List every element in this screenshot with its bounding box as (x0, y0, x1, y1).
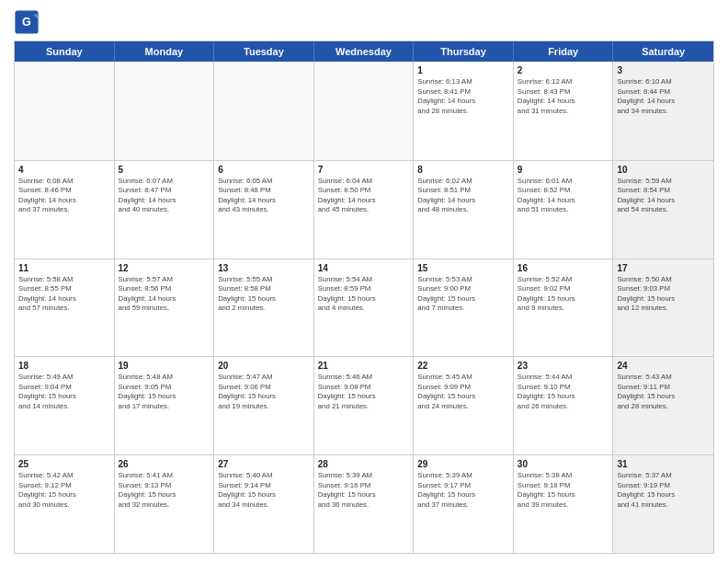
cell-info: Sunrise: 5:39 AM Sunset: 9:16 PM Dayligh… (318, 471, 410, 510)
cell-info: Sunrise: 5:46 AM Sunset: 9:08 PM Dayligh… (318, 373, 410, 411)
day-number: 28 (318, 458, 410, 470)
day-cell-7: 7Sunrise: 6:04 AM Sunset: 8:50 PM Daylig… (314, 161, 415, 259)
day-cell-29: 29Sunrise: 5:39 AM Sunset: 9:17 PM Dayli… (414, 455, 514, 553)
day-cell-21: 21Sunrise: 5:46 AM Sunset: 9:08 PM Dayli… (314, 357, 415, 454)
calendar-week-1: 1Sunrise: 6:13 AM Sunset: 8:41 PM Daylig… (15, 62, 713, 160)
day-cell-8: 8Sunrise: 6:02 AM Sunset: 8:51 PM Daylig… (414, 161, 514, 259)
cell-info: Sunrise: 5:49 AM Sunset: 9:04 PM Dayligh… (18, 373, 110, 411)
calendar-week-3: 11Sunrise: 5:58 AM Sunset: 8:55 PM Dayli… (15, 259, 713, 357)
day-cell-2: 2Sunrise: 6:12 AM Sunset: 8:43 PM Daylig… (514, 62, 614, 160)
day-number: 1 (417, 64, 509, 76)
cell-info: Sunrise: 5:58 AM Sunset: 8:55 PM Dayligh… (18, 275, 110, 314)
calendar-week-5: 25Sunrise: 5:42 AM Sunset: 9:12 PM Dayli… (15, 454, 713, 553)
cell-info: Sunrise: 5:47 AM Sunset: 9:06 PM Dayligh… (218, 373, 310, 411)
day-cell-6: 6Sunrise: 6:05 AM Sunset: 8:48 PM Daylig… (214, 161, 314, 259)
empty-cell (15, 62, 115, 160)
day-number: 24 (617, 360, 710, 372)
cell-info: Sunrise: 5:55 AM Sunset: 8:58 PM Dayligh… (218, 275, 310, 314)
day-number: 17 (617, 262, 710, 274)
cell-info: Sunrise: 6:13 AM Sunset: 8:41 PM Dayligh… (417, 77, 509, 116)
day-number: 15 (417, 262, 509, 274)
day-number: 31 (617, 458, 710, 470)
cell-info: Sunrise: 5:43 AM Sunset: 9:11 PM Dayligh… (617, 373, 710, 411)
day-number: 21 (318, 360, 410, 372)
day-cell-14: 14Sunrise: 5:54 AM Sunset: 8:59 PM Dayli… (314, 259, 415, 357)
header-day-friday: Friday (514, 41, 614, 62)
day-number: 3 (617, 64, 710, 76)
cell-info: Sunrise: 5:48 AM Sunset: 9:05 PM Dayligh… (119, 373, 210, 411)
header-day-wednesday: Wednesday (314, 41, 415, 62)
day-number: 19 (119, 360, 210, 372)
page: G SundayMondayTuesdayWednesdayThursdayFr… (0, 0, 728, 563)
cell-info: Sunrise: 5:44 AM Sunset: 9:10 PM Dayligh… (518, 373, 609, 411)
day-cell-1: 1Sunrise: 6:13 AM Sunset: 8:41 PM Daylig… (414, 62, 514, 160)
cell-info: Sunrise: 5:42 AM Sunset: 9:12 PM Dayligh… (18, 471, 110, 510)
logo-icon: G (14, 9, 40, 35)
day-number: 13 (218, 262, 310, 274)
day-number: 20 (218, 360, 310, 372)
day-number: 12 (119, 262, 210, 274)
day-cell-13: 13Sunrise: 5:55 AM Sunset: 8:58 PM Dayli… (214, 259, 314, 357)
empty-cell (214, 62, 314, 160)
day-cell-3: 3Sunrise: 6:10 AM Sunset: 8:44 PM Daylig… (613, 62, 713, 160)
cell-info: Sunrise: 6:10 AM Sunset: 8:44 PM Dayligh… (617, 77, 710, 116)
day-cell-11: 11Sunrise: 5:58 AM Sunset: 8:55 PM Dayli… (15, 259, 115, 357)
day-number: 7 (318, 164, 410, 176)
cell-info: Sunrise: 5:39 AM Sunset: 9:17 PM Dayligh… (417, 471, 509, 510)
cell-info: Sunrise: 5:57 AM Sunset: 8:56 PM Dayligh… (119, 275, 210, 314)
day-cell-22: 22Sunrise: 5:45 AM Sunset: 9:09 PM Dayli… (414, 357, 514, 454)
day-number: 18 (18, 360, 110, 372)
day-number: 30 (518, 458, 609, 470)
cell-info: Sunrise: 5:54 AM Sunset: 8:59 PM Dayligh… (318, 275, 410, 314)
day-cell-26: 26Sunrise: 5:41 AM Sunset: 9:13 PM Dayli… (115, 455, 215, 553)
calendar-body: 1Sunrise: 6:13 AM Sunset: 8:41 PM Daylig… (15, 62, 713, 553)
day-cell-28: 28Sunrise: 5:39 AM Sunset: 9:16 PM Dayli… (314, 455, 415, 553)
calendar: SundayMondayTuesdayWednesdayThursdayFrid… (14, 40, 714, 554)
day-number: 16 (518, 262, 609, 274)
day-number: 23 (518, 360, 609, 372)
cell-info: Sunrise: 6:04 AM Sunset: 8:50 PM Dayligh… (318, 177, 410, 215)
day-cell-24: 24Sunrise: 5:43 AM Sunset: 9:11 PM Dayli… (613, 357, 713, 454)
cell-info: Sunrise: 5:38 AM Sunset: 9:18 PM Dayligh… (518, 471, 609, 510)
cell-info: Sunrise: 5:41 AM Sunset: 9:13 PM Dayligh… (119, 471, 210, 510)
day-number: 14 (318, 262, 410, 274)
day-cell-16: 16Sunrise: 5:52 AM Sunset: 9:02 PM Dayli… (514, 259, 614, 357)
day-number: 11 (18, 262, 110, 274)
day-number: 10 (617, 164, 710, 176)
day-cell-15: 15Sunrise: 5:53 AM Sunset: 9:00 PM Dayli… (414, 259, 514, 357)
day-number: 2 (518, 64, 609, 76)
empty-cell (314, 62, 415, 160)
cell-info: Sunrise: 6:05 AM Sunset: 8:48 PM Dayligh… (218, 177, 310, 215)
day-cell-30: 30Sunrise: 5:38 AM Sunset: 9:18 PM Dayli… (514, 455, 614, 553)
svg-text:G: G (22, 16, 31, 29)
day-cell-9: 9Sunrise: 6:01 AM Sunset: 8:52 PM Daylig… (514, 161, 614, 259)
day-cell-31: 31Sunrise: 5:37 AM Sunset: 9:19 PM Dayli… (613, 455, 713, 553)
header: G (14, 9, 714, 35)
day-number: 8 (417, 164, 509, 176)
header-day-monday: Monday (115, 41, 215, 62)
day-number: 25 (18, 458, 110, 470)
day-number: 29 (417, 458, 509, 470)
day-cell-12: 12Sunrise: 5:57 AM Sunset: 8:56 PM Dayli… (115, 259, 215, 357)
cell-info: Sunrise: 6:12 AM Sunset: 8:43 PM Dayligh… (518, 77, 609, 116)
day-number: 4 (18, 164, 110, 176)
day-cell-27: 27Sunrise: 5:40 AM Sunset: 9:14 PM Dayli… (214, 455, 314, 553)
calendar-header: SundayMondayTuesdayWednesdayThursdayFrid… (15, 41, 713, 62)
logo: G (14, 9, 43, 35)
cell-info: Sunrise: 5:37 AM Sunset: 9:19 PM Dayligh… (617, 471, 710, 510)
calendar-week-2: 4Sunrise: 6:08 AM Sunset: 8:46 PM Daylig… (15, 160, 713, 259)
cell-info: Sunrise: 5:50 AM Sunset: 9:03 PM Dayligh… (617, 275, 710, 314)
day-cell-25: 25Sunrise: 5:42 AM Sunset: 9:12 PM Dayli… (15, 455, 115, 553)
day-number: 6 (218, 164, 310, 176)
day-cell-18: 18Sunrise: 5:49 AM Sunset: 9:04 PM Dayli… (15, 357, 115, 454)
day-cell-23: 23Sunrise: 5:44 AM Sunset: 9:10 PM Dayli… (514, 357, 614, 454)
header-day-sunday: Sunday (15, 41, 115, 62)
cell-info: Sunrise: 6:08 AM Sunset: 8:46 PM Dayligh… (18, 177, 110, 215)
day-number: 22 (417, 360, 509, 372)
cell-info: Sunrise: 6:01 AM Sunset: 8:52 PM Dayligh… (518, 177, 609, 215)
empty-cell (115, 62, 215, 160)
calendar-week-4: 18Sunrise: 5:49 AM Sunset: 9:04 PM Dayli… (15, 356, 713, 454)
day-cell-19: 19Sunrise: 5:48 AM Sunset: 9:05 PM Dayli… (115, 357, 215, 454)
cell-info: Sunrise: 6:02 AM Sunset: 8:51 PM Dayligh… (417, 177, 509, 215)
day-number: 26 (119, 458, 210, 470)
